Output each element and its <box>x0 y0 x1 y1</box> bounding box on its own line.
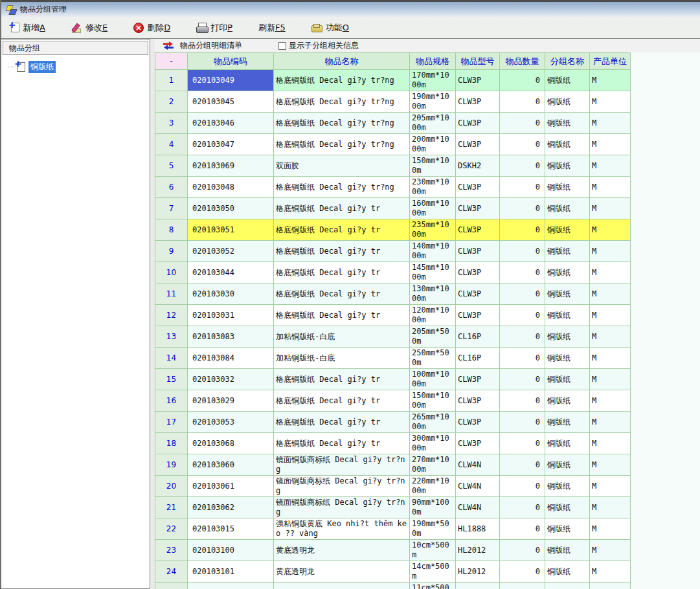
cell-name[interactable]: 黄底透明龙 <box>274 540 410 561</box>
cell-model[interactable] <box>456 583 500 589</box>
cell-spec[interactable]: 250mm*500m <box>410 348 456 369</box>
cell-qty[interactable]: 0 <box>500 540 545 561</box>
cell-model[interactable]: CLW3P <box>456 91 500 113</box>
cell-group[interactable]: 铜版纸 <box>545 454 590 476</box>
cell-seq[interactable]: 5 <box>155 155 188 177</box>
cell-group[interactable]: 铜版纸 <box>545 305 590 326</box>
cell-spec[interactable]: 11cm*500m <box>410 583 456 589</box>
cell-group[interactable]: 铜版纸 <box>545 540 590 561</box>
cell-code[interactable]: 020103069 <box>188 155 274 177</box>
table-row[interactable]: 25020103102黄底透明龙-25U11cm*500m0铜版纸M <box>155 583 631 589</box>
cell-name[interactable]: 格底铜版纸 Decal gi?y tr?ng <box>274 113 410 134</box>
cell-group[interactable]: 铜版纸 <box>545 177 590 198</box>
table-row[interactable]: 15020103032格底铜版纸 Decal gi?y tr100mm*1000… <box>155 369 631 390</box>
cell-group[interactable]: 铜版纸 <box>545 198 590 219</box>
table-row[interactable]: 19020103060镜面铜版商标纸 Decal gi?y tr?ng270mm… <box>155 454 631 476</box>
cell-seq[interactable]: 16 <box>155 390 188 412</box>
cell-unit[interactable]: M <box>590 177 631 198</box>
cell-unit[interactable]: M <box>590 283 631 305</box>
table-row[interactable]: 21020103062镜面铜版商标纸 Decal gi?y tr?ng90mm*… <box>155 497 631 518</box>
cell-group[interactable]: 铜版纸 <box>545 390 590 412</box>
cell-name[interactable]: 加粘铜版纸-白底 <box>274 326 410 348</box>
cell-seq[interactable]: 2 <box>155 91 188 113</box>
cell-spec[interactable]: 90mm*1000m <box>410 497 456 518</box>
cell-seq[interactable]: 25 <box>155 583 188 589</box>
cell-name[interactable]: 格底铜版纸 Decal gi?y tr <box>274 283 410 305</box>
cell-group[interactable]: 铜版纸 <box>545 476 590 497</box>
cell-group[interactable]: 铜版纸 <box>545 412 590 433</box>
cell-spec[interactable]: 200mm*1000m <box>410 134 456 155</box>
cell-code[interactable]: 020103044 <box>188 262 274 283</box>
cell-name[interactable]: 强粘铜版黄底 Keo nhi?t thêm keo ?? vàng <box>274 518 410 540</box>
cell-model[interactable]: CLW3P <box>456 134 500 155</box>
cell-name[interactable]: 黄底透明龙 <box>274 561 410 583</box>
cell-group[interactable]: 铜版纸 <box>545 241 590 262</box>
cell-code[interactable]: 020103102 <box>188 583 274 589</box>
cell-qty[interactable]: 0 <box>500 262 545 283</box>
toolbar-button-delete[interactable]: ×删除D <box>129 19 175 36</box>
cell-qty[interactable]: 0 <box>500 433 545 454</box>
cell-group[interactable]: 铜版纸 <box>545 433 590 454</box>
cell-code[interactable]: 020103031 <box>188 305 274 326</box>
cell-spec[interactable]: 205mm*1000m <box>410 113 456 134</box>
cell-unit[interactable]: M <box>590 390 631 412</box>
cell-unit[interactable]: M <box>590 113 631 134</box>
cell-seq[interactable]: 6 <box>155 177 188 198</box>
cell-seq[interactable]: 19 <box>155 454 188 476</box>
cell-spec[interactable]: 130mm*1000m <box>410 283 456 305</box>
cell-model[interactable]: CLW3P <box>456 433 500 454</box>
cell-seq[interactable]: 23 <box>155 540 188 561</box>
cell-group[interactable]: 铜版纸 <box>545 91 590 113</box>
cell-model[interactable]: CLW3P <box>456 219 500 241</box>
cell-qty[interactable]: 0 <box>500 454 545 476</box>
cell-name[interactable]: 格底铜版纸 Decal gi?y tr <box>274 219 410 241</box>
cell-code[interactable]: 020103061 <box>188 476 274 497</box>
cell-code[interactable]: 020103030 <box>188 283 274 305</box>
tree-item-copper-paper[interactable]: + 铜版纸 <box>8 60 150 73</box>
cell-qty[interactable]: 0 <box>500 283 545 305</box>
cell-code[interactable]: 020103053 <box>188 412 274 433</box>
cell-model[interactable]: CLW3P <box>456 283 500 305</box>
checkbox-box[interactable] <box>278 42 286 50</box>
cell-qty[interactable]: 0 <box>500 390 545 412</box>
cell-model[interactable]: CLW3P <box>456 198 500 219</box>
toolbar-button-refresh[interactable]: 刷新F5 <box>254 19 290 36</box>
table-row[interactable]: 17020103053格底铜版纸 Decal gi?y tr265mm*1000… <box>155 412 631 433</box>
cell-qty[interactable]: 0 <box>500 476 545 497</box>
cell-name[interactable]: 格底铜版纸 Decal gi?y tr?ng <box>274 177 410 198</box>
cell-name[interactable]: 加粘铜版纸-白底 <box>274 348 410 369</box>
cell-model[interactable]: CLW3P <box>456 70 500 91</box>
cell-qty[interactable]: 0 <box>500 198 545 219</box>
cell-code[interactable]: 020103084 <box>188 348 274 369</box>
cell-name[interactable]: 格底铜版纸 Decal gi?y tr?ng <box>274 70 410 91</box>
cell-code[interactable]: 020103060 <box>188 454 274 476</box>
cell-spec[interactable]: 14cm*500m <box>410 561 456 583</box>
toolbar-button-edit[interactable]: 修改E <box>67 19 112 36</box>
cell-spec[interactable]: 270mm*1000m <box>410 454 456 476</box>
cell-seq[interactable]: 20 <box>155 476 188 497</box>
cell-name[interactable]: 格底铜版纸 Decal gi?y tr?ng <box>274 91 410 113</box>
cell-model[interactable]: DSKH2 <box>456 155 500 177</box>
table-row[interactable]: 1020103049格底铜版纸 Decal gi?y tr?ng170mm*10… <box>155 70 631 91</box>
cell-code[interactable]: 020103046 <box>188 113 274 134</box>
cell-seq[interactable]: 14 <box>155 348 188 369</box>
cell-group[interactable]: 铜版纸 <box>545 134 590 155</box>
cell-unit[interactable]: M <box>590 497 631 518</box>
tree-item-label[interactable]: 铜版纸 <box>28 61 56 73</box>
cell-model[interactable]: CLW3P <box>456 412 500 433</box>
cell-unit[interactable]: M <box>590 155 631 177</box>
cell-model[interactable]: CLW3P <box>456 177 500 198</box>
cell-code[interactable]: 020103050 <box>188 198 274 219</box>
cell-code[interactable]: 020103052 <box>188 241 274 262</box>
cell-seq[interactable]: 17 <box>155 412 188 433</box>
show-subgroup-checkbox[interactable]: 显示子分组相关信息 <box>278 40 359 51</box>
cell-spec[interactable]: 145mm*1000m <box>410 262 456 283</box>
table-row[interactable]: 10020103044格底铜版纸 Decal gi?y tr145mm*1000… <box>155 262 631 283</box>
cell-qty[interactable]: 0 <box>500 583 545 589</box>
table-row[interactable]: 2020103045格底铜版纸 Decal gi?y tr?ng190mm*10… <box>155 91 631 113</box>
cell-group[interactable]: 铜版纸 <box>545 326 590 348</box>
table-row[interactable]: 24020103101黄底透明龙14cm*500mHL20120铜版纸M <box>155 561 631 583</box>
cell-model[interactable]: CLW3P <box>456 390 500 412</box>
cell-name[interactable]: 格底铜版纸 Decal gi?y tr <box>274 262 410 283</box>
cell-code[interactable]: 020103051 <box>188 219 274 241</box>
